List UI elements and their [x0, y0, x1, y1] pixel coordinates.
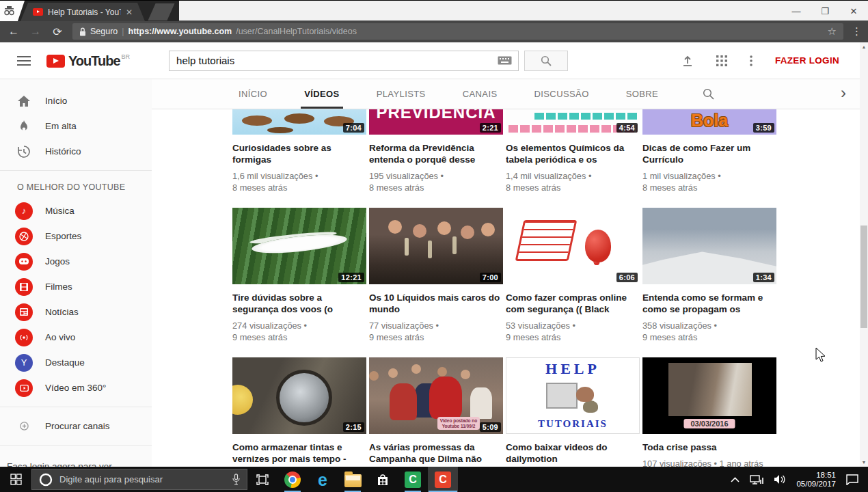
video-title[interactable]: Toda crise passa — [642, 441, 776, 453]
sidebar-item-em-alta[interactable]: Em alta — [0, 113, 152, 139]
sidebar-item-musica[interactable]: ♪ Música — [0, 198, 152, 223]
video-title[interactable]: Os elementos Químicos da tabela periódic… — [506, 142, 640, 165]
taskbar-edge-button[interactable]: e — [308, 467, 338, 492]
taskbar-camtasia-green-button[interactable]: C — [398, 467, 428, 492]
videos-grid: 7:04 Curiosidades sobre as formigas 1,6 … — [232, 109, 779, 467]
sidebar-item-filmes[interactable]: Filmes — [0, 274, 152, 299]
video-card[interactable]: PREVIDÊNCIA 2:21 Reforma da Previdência … — [369, 109, 503, 193]
tab-discussao[interactable]: DISCUSSÃO — [515, 79, 607, 109]
video-thumbnail[interactable]: Video postado no Youtube 11/09/2 5:09 — [369, 357, 503, 434]
video-card[interactable]: 2:15 Como armazenar tintas e vernizes po… — [232, 357, 366, 467]
video-card[interactable]: Bola 3:59 Dicas de como Fazer um Currícu… — [642, 109, 776, 193]
tab-close-icon[interactable]: ✕ — [126, 8, 133, 17]
tab-inicio[interactable]: INÍCIO — [220, 79, 286, 109]
sidebar-item-historico[interactable]: Histórico — [0, 139, 152, 164]
tab-videos[interactable]: VÍDEOS — [286, 79, 358, 109]
video-title[interactable]: Como fazer compras online com segurança … — [506, 292, 640, 315]
sidebar-item-ao-vivo[interactable]: Ao vivo — [0, 325, 152, 350]
browser-menu-icon[interactable]: ⋮ — [852, 29, 861, 33]
video-thumbnail[interactable]: 12:21 — [232, 208, 366, 284]
video-card[interactable]: 7:00 Os 10 Líquidos mais caros do mundo … — [369, 208, 503, 343]
task-view-button[interactable] — [247, 467, 277, 492]
video-title[interactable]: Como armazenar tintas e vernizes por mai… — [232, 441, 366, 465]
bookmark-star-icon[interactable]: ☆ — [828, 25, 837, 38]
scroll-up-icon[interactable]: ▲ — [860, 42, 868, 51]
video-card[interactable]: HELP TUTORIAIS Como baixar videos do dai… — [506, 357, 640, 467]
start-button[interactable] — [0, 467, 31, 492]
video-thumbnail[interactable]: Bola 3:59 — [642, 109, 776, 135]
video-card[interactable]: 1:34 Entenda como se formam e como se pr… — [642, 208, 776, 343]
apps-grid-icon[interactable] — [716, 55, 727, 66]
video-title[interactable]: Curiosidades sobre as formigas — [232, 142, 366, 165]
microphone-icon[interactable] — [232, 474, 240, 485]
video-thumbnail[interactable]: 6:06 — [506, 208, 640, 284]
action-center-icon[interactable] — [846, 474, 858, 485]
youtube-logo[interactable]: YouTube BR — [46, 53, 130, 69]
video-card[interactable]: Video postado no Youtube 11/09/2 5:09 As… — [369, 357, 503, 467]
video-thumbnail[interactable]: 03/03/2016 — [642, 357, 776, 434]
sidebar-divider — [0, 170, 152, 171]
video-thumbnail[interactable]: 7:00 — [369, 208, 503, 284]
more-options-icon[interactable] — [750, 55, 752, 66]
tabs-scroll-right-icon[interactable]: › — [841, 83, 846, 102]
video-thumbnail[interactable]: HELP TUTORIAIS — [506, 357, 640, 434]
video-title[interactable]: Os 10 Líquidos mais caros do mundo — [369, 292, 503, 315]
sidebar-item-inicio[interactable]: Início — [0, 88, 152, 113]
video-title[interactable]: Tire dúvidas sobre a segurança dos voos … — [232, 292, 366, 315]
sign-in-button[interactable]: FAZER LOGIN — [775, 55, 839, 66]
search-input[interactable] — [169, 55, 498, 66]
video-title[interactable]: Dicas de como Fazer um Currículo — [642, 142, 776, 165]
reload-icon[interactable]: ⟳ — [51, 25, 64, 38]
scroll-down-icon[interactable]: ▼ — [860, 458, 868, 467]
page-scrollbar[interactable]: ▲ ▼ — [860, 42, 868, 467]
scrollbar-thumb[interactable] — [860, 226, 867, 328]
address-bar[interactable]: Seguro | https://www.youtube.com /user/C… — [72, 23, 843, 40]
video-title[interactable]: As várias promessas da Campanha que Dilm… — [369, 441, 503, 465]
guide-menu-icon[interactable] — [17, 53, 31, 68]
upload-icon[interactable] — [681, 55, 694, 67]
sidebar-item-esportes[interactable]: Esportes — [0, 223, 152, 249]
sidebar-item-jogos[interactable]: Jogos — [0, 249, 152, 274]
video-thumbnail[interactable]: 1:34 — [642, 208, 776, 284]
url-separator: | — [122, 27, 124, 36]
video-thumbnail[interactable]: 4:54 — [506, 109, 640, 135]
video-card[interactable]: 4:54 Os elementos Químicos da tabela per… — [506, 109, 640, 193]
sidebar-item-procurar-canais[interactable]: Procurar canais — [0, 413, 152, 439]
video-duration-badge: 2:15 — [343, 422, 364, 432]
network-icon[interactable] — [750, 474, 763, 485]
taskbar-chrome-button[interactable] — [277, 467, 308, 492]
sidebar-item-destaque[interactable]: Y Destaque — [0, 350, 152, 375]
video-thumbnail[interactable]: PREVIDÊNCIA 2:21 — [369, 109, 503, 135]
volume-icon[interactable] — [774, 474, 786, 484]
video-thumbnail[interactable]: 7:04 — [232, 109, 366, 135]
tab-playlists[interactable]: PLAYLISTS — [358, 79, 444, 109]
taskbar-camtasia-red-button[interactable]: C — [428, 467, 458, 492]
taskbar-store-button[interactable] — [368, 467, 398, 492]
video-title[interactable]: Reforma da Previdência entenda o porquê … — [369, 142, 503, 165]
channel-search-icon[interactable] — [703, 88, 714, 100]
video-card[interactable]: 03/03/2016 Toda crise passa 107 visualiz… — [642, 357, 776, 467]
sidebar-item-video-360[interactable]: Vídeo em 360° — [0, 375, 152, 400]
video-thumbnail[interactable]: 2:15 — [232, 357, 366, 434]
back-icon[interactable]: ← — [7, 25, 21, 38]
search-button[interactable] — [524, 51, 568, 71]
video-title[interactable]: Entenda como se formam e como se propaga… — [642, 292, 776, 315]
video-title[interactable]: Como baixar videos do dailymotion — [506, 441, 640, 465]
tab-canais[interactable]: CANAIS — [444, 79, 516, 109]
taskbar-file-explorer-button[interactable] — [338, 467, 368, 492]
keyboard-icon[interactable] — [498, 56, 512, 65]
taskbar-clock[interactable]: 18:51 05/09/2017 — [796, 471, 836, 489]
hidden-icons-chevron[interactable] — [731, 477, 740, 482]
forward-icon[interactable]: → — [29, 25, 42, 38]
news-icon — [15, 303, 33, 321]
window-minimize-button[interactable]: — — [782, 1, 811, 21]
tab-sobre[interactable]: SOBRE — [608, 79, 677, 109]
video-card[interactable]: 6:06 Como fazer compras online com segur… — [506, 208, 640, 343]
browser-tab[interactable]: Help Tutoriais - YouTube ✕ — [21, 3, 145, 21]
sidebar-item-noticias[interactable]: Notícias — [0, 299, 152, 325]
window-restore-button[interactable]: ❐ — [811, 1, 839, 21]
video-card[interactable]: 7:04 Curiosidades sobre as formigas 1,6 … — [232, 109, 366, 193]
video-card[interactable]: 12:21 Tire dúvidas sobre a segurança dos… — [232, 208, 366, 343]
taskbar-search-box[interactable]: Digite aqui para pesquisar — [31, 469, 247, 490]
window-close-button[interactable]: ✕ — [839, 1, 868, 21]
